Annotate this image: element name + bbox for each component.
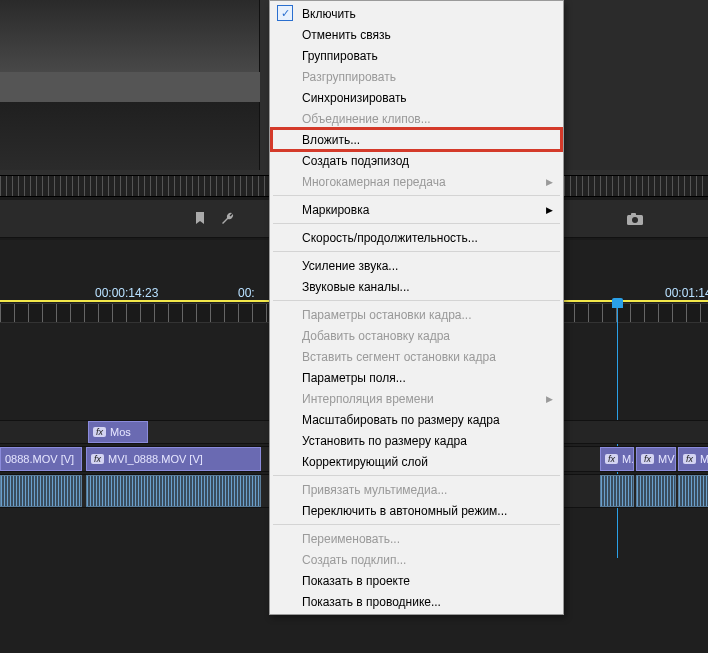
fx-badge: fx [605, 454, 618, 464]
menu-item-label: Усиление звука... [302, 259, 398, 273]
clip-a1-e[interactable] [678, 475, 708, 507]
menu-item-label: Многокамерная передача [302, 175, 446, 189]
menu-item-label: Интерполяция времени [302, 392, 434, 406]
clip-context-menu: ✓ВключитьОтменить связьГруппироватьРазгр… [269, 0, 564, 615]
clip-label: Mos [110, 426, 131, 438]
wrench-icon[interactable] [218, 210, 238, 228]
menu-item[interactable]: Масштабировать по размеру кадра [272, 409, 561, 430]
timecode-label: 00:01:14 [665, 286, 708, 300]
menu-item: Привязать мультимедиа... [272, 479, 561, 500]
menu-item-label: Показать в проводнике... [302, 595, 441, 609]
menu-item[interactable]: Установить по размеру кадра [272, 430, 561, 451]
menu-separator [273, 195, 560, 196]
fx-badge: fx [683, 454, 696, 464]
menu-item-label: Параметры поля... [302, 371, 406, 385]
menu-item: Добавить остановку кадра [272, 325, 561, 346]
submenu-arrow-icon: ▶ [546, 177, 553, 187]
menu-item-label: Маркировка [302, 203, 369, 217]
menu-item-label: Добавить остановку кадра [302, 329, 450, 343]
menu-item[interactable]: Маркировка▶ [272, 199, 561, 220]
menu-item[interactable]: ✓Включить [272, 3, 561, 24]
clip-a1-b[interactable] [86, 475, 261, 507]
menu-item-label: Масштабировать по размеру кадра [302, 413, 500, 427]
clip-label: MVI [658, 453, 676, 465]
clip-a1-a[interactable] [0, 475, 82, 507]
menu-item: Объединение клипов... [272, 108, 561, 129]
clip-label: 0888.MOV [V] [5, 453, 74, 465]
menu-item[interactable]: Показать в проекте [272, 570, 561, 591]
menu-item-label: Разгруппировать [302, 70, 396, 84]
clip-v2[interactable]: fx Mos [88, 421, 148, 443]
marker-icon[interactable] [190, 210, 210, 228]
menu-separator [273, 475, 560, 476]
menu-item-label: Звуковые каналы... [302, 280, 410, 294]
clip-label: M... [622, 453, 634, 465]
menu-item: Параметры остановки кадра... [272, 304, 561, 325]
menu-item-label: Параметры остановки кадра... [302, 308, 472, 322]
menu-item-label: Вставить сегмент остановки кадра [302, 350, 496, 364]
menu-item-label: Переключить в автономный режим... [302, 504, 507, 518]
fx-badge: fx [91, 454, 104, 464]
menu-item[interactable]: Вложить... [272, 129, 561, 150]
clip-v1-d[interactable]: fx MVI [636, 447, 676, 471]
menu-separator [273, 300, 560, 301]
clip-v1-e[interactable]: fx MVI [678, 447, 708, 471]
submenu-arrow-icon: ▶ [546, 205, 553, 215]
menu-item[interactable]: Показать в проводнике... [272, 591, 561, 612]
preview-frame [0, 0, 260, 170]
menu-item-label: Переименовать... [302, 532, 400, 546]
menu-item: Вставить сегмент остановки кадра [272, 346, 561, 367]
clip-v1-b[interactable]: fx MVI_0888.MOV [V] [86, 447, 261, 471]
menu-item[interactable]: Скорость/продолжительность... [272, 227, 561, 248]
clip-label: MVI [700, 453, 708, 465]
menu-item-label: Корректирующий слой [302, 455, 428, 469]
timecode-label: 00:00:14:23 [95, 286, 158, 300]
clip-label: MVI_0888.MOV [V] [108, 453, 203, 465]
menu-item-label: Создать подэпизод [302, 154, 409, 168]
menu-item[interactable]: Звуковые каналы... [272, 276, 561, 297]
svg-rect-1 [631, 213, 636, 216]
menu-item: Разгруппировать [272, 66, 561, 87]
clip-v1-a[interactable]: 0888.MOV [V] [0, 447, 82, 471]
clip-v1-c[interactable]: fx M... [600, 447, 634, 471]
menu-item: Создать подклип... [272, 549, 561, 570]
menu-item[interactable]: Отменить связь [272, 24, 561, 45]
clip-a1-d[interactable] [636, 475, 676, 507]
camera-icon[interactable] [625, 210, 645, 228]
fx-badge: fx [93, 427, 106, 437]
menu-item[interactable]: Корректирующий слой [272, 451, 561, 472]
menu-item-label: Группировать [302, 49, 378, 63]
menu-item[interactable]: Переключить в автономный режим... [272, 500, 561, 521]
menu-item[interactable]: Создать подэпизод [272, 150, 561, 171]
menu-item-label: Скорость/продолжительность... [302, 231, 478, 245]
menu-item[interactable]: Усиление звука... [272, 255, 561, 276]
menu-item-label: Вложить... [302, 133, 360, 147]
menu-item[interactable]: Группировать [272, 45, 561, 66]
submenu-arrow-icon: ▶ [546, 394, 553, 404]
fx-badge: fx [641, 454, 654, 464]
preview-road-shape [0, 72, 260, 102]
menu-item-label: Объединение клипов... [302, 112, 431, 126]
menu-item-label: Включить [302, 7, 356, 21]
menu-item: Многокамерная передача▶ [272, 171, 561, 192]
playhead-handle-icon[interactable] [612, 298, 623, 308]
menu-item-label: Привязать мультимедиа... [302, 483, 447, 497]
menu-item-label: Показать в проекте [302, 574, 410, 588]
menu-separator [273, 524, 560, 525]
check-icon: ✓ [277, 5, 293, 21]
menu-item-label: Синхронизировать [302, 91, 407, 105]
menu-item-label: Отменить связь [302, 28, 391, 42]
menu-item[interactable]: Синхронизировать [272, 87, 561, 108]
menu-item-label: Создать подклип... [302, 553, 406, 567]
menu-item[interactable]: Параметры поля... [272, 367, 561, 388]
menu-separator [273, 223, 560, 224]
menu-item-label: Установить по размеру кадра [302, 434, 467, 448]
menu-separator [273, 251, 560, 252]
menu-item: Интерполяция времени▶ [272, 388, 561, 409]
svg-point-2 [632, 217, 638, 223]
menu-item: Переименовать... [272, 528, 561, 549]
timecode-label: 00: [238, 286, 255, 300]
clip-a1-c[interactable] [600, 475, 634, 507]
